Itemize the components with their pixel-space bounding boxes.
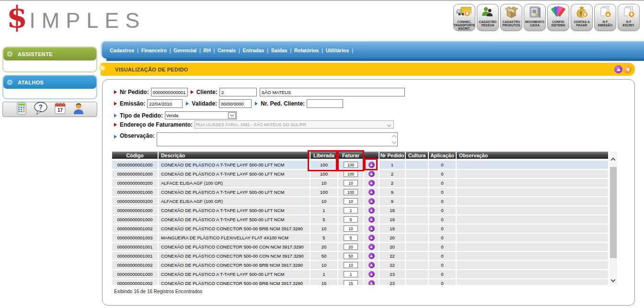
column-header-actions[interactable] — [364, 152, 379, 159]
cell-action — [364, 234, 379, 242]
menu-item-saídas[interactable]: Saídas — [271, 47, 288, 53]
assistente-header[interactable]: ASSISTENTE — [3, 47, 96, 60]
column-header-Cultura[interactable]: Cultura — [406, 152, 428, 159]
transfer-up-button[interactable] — [368, 171, 375, 177]
faturar-input[interactable]: 10 — [344, 180, 358, 186]
column-header-Descrição[interactable]: Descrição — [159, 152, 310, 159]
transfer-up-button[interactable] — [368, 280, 375, 285]
cell-codigo: 00000000001003 — [112, 234, 158, 242]
calculator-icon[interactable] — [16, 102, 27, 117]
collapse-button[interactable] — [614, 65, 622, 73]
faturar-input[interactable]: 1 — [344, 271, 358, 277]
required-bullet-icon — [114, 123, 117, 127]
button-cadastro-pessoa[interactable]: CADASTRO PESSOA — [477, 4, 499, 31]
faturar-input[interactable]: 20 — [344, 244, 358, 250]
field-bullet-icon — [255, 102, 258, 106]
cell-nr-pedido: 2 — [380, 179, 405, 187]
observacao-textarea[interactable] — [157, 132, 398, 146]
button-nf-escrituracao[interactable]: N F ESCRIT. — [618, 4, 640, 31]
column-header-Observação[interactable]: Observação — [457, 152, 608, 159]
button-config-sistema[interactable]: CONFIG SISTEMA — [547, 4, 569, 31]
calendar-icon[interactable]: 17 — [54, 102, 67, 117]
endereco-select[interactable]: RUA ULISSES FARIA, 1091 - SÃO MATEUS DO … — [195, 120, 394, 129]
transfer-up-button[interactable] — [368, 180, 375, 186]
cell-codigo: 00000000001000 — [112, 161, 158, 169]
column-header-Código[interactable]: Código — [112, 152, 158, 159]
menu-item-utilitários[interactable]: Utilitários — [326, 47, 349, 53]
transfer-up-button[interactable] — [368, 207, 375, 213]
faturar-input[interactable]: 100 — [344, 189, 358, 195]
button-cadastro-produtos[interactable]: CADASTRO PRODUTOS — [500, 4, 522, 31]
faturar-input[interactable]: 10 — [344, 262, 358, 268]
transfer-up-button[interactable] — [368, 271, 375, 277]
scrollbar-up-icon[interactable] — [611, 158, 616, 163]
transfer-up-button[interactable] — [368, 198, 375, 204]
nr-ped-cliente-label: Nr. Ped. Cliente: — [261, 100, 305, 107]
cell-nr-pedido: 19 — [380, 225, 405, 233]
cell-faturar: 10 — [338, 179, 363, 187]
cell-observacao — [457, 243, 608, 251]
user-icon[interactable] — [73, 102, 84, 117]
menu-item-financeiro[interactable]: Financeiro — [141, 47, 167, 53]
cliente-name-input[interactable]: SÃO MATEUS — [260, 88, 405, 96]
faturar-input[interactable]: 50 — [344, 253, 358, 259]
help-icon[interactable]: ? — [34, 102, 48, 117]
cell-codigo: 00000000001002 — [112, 225, 158, 233]
cell-action — [364, 188, 379, 196]
cell-liberada: 1 — [310, 206, 337, 214]
button-movimento-caixa[interactable]: MOVIMENTO CAIXA — [524, 4, 546, 31]
menu-item-entradas[interactable]: Entradas — [243, 47, 264, 53]
menu-item-cadastros[interactable]: Cadastros — [110, 47, 134, 53]
cell-observacao — [457, 206, 608, 214]
validade-input[interactable]: 00/00/0000 — [219, 99, 252, 108]
cell-descricao: CONEXÃO DE PLÁSTICO A T-TAPE LAYF 500-00… — [159, 215, 310, 224]
dropdown-arrow-icon — [228, 112, 236, 118]
scroll-up-icon[interactable] — [391, 135, 396, 140]
faturar-input[interactable]: 5 — [344, 216, 358, 223]
faturar-input[interactable]: 10 — [344, 225, 358, 232]
cell-nr-pedido: 23 — [380, 279, 405, 285]
form-row-1: Nr Pedido: 0000000000001 Cliente: 2 SÃO … — [114, 88, 405, 96]
faturar-input[interactable]: 10 — [344, 198, 358, 204]
color-swatches-icon — [550, 5, 566, 20]
column-header-Nr Pedido[interactable]: Nr Pedido — [380, 152, 405, 159]
transfer-up-button[interactable] — [368, 244, 375, 250]
scrollbar-thumb[interactable] — [610, 167, 617, 258]
transfer-up-button[interactable] — [368, 262, 375, 268]
emissao-input[interactable]: 22/04/2010 — [147, 99, 183, 108]
cliente-code-input[interactable]: 2 — [219, 88, 257, 96]
transfer-up-button[interactable] — [368, 253, 375, 259]
transfer-up-button[interactable] — [368, 235, 375, 241]
people-icon — [480, 5, 496, 20]
button-conhec-transporte[interactable]: CONHEC. TRANSPORTE ESCRIT. — [453, 4, 475, 31]
cell-faturar: 50 — [338, 252, 363, 260]
cell-aplicacao: 0 — [429, 234, 456, 242]
faturar-input[interactable]: 1 — [344, 207, 358, 213]
transfer-up-button[interactable] — [368, 225, 375, 232]
tipo-pedido-select[interactable]: Venda — [165, 111, 237, 119]
panel-bullet-icon — [7, 80, 12, 85]
transfer-up-button[interactable] — [368, 189, 375, 195]
menu-item-rh[interactable]: RH — [204, 47, 211, 53]
button-nf-emissao[interactable]: N F EMISSÃO — [594, 4, 616, 31]
sidebar-panel-assistente[interactable]: ASSISTENTE — [2, 47, 97, 72]
atalhos-header[interactable]: ATALHOS — [3, 76, 96, 89]
menu-item-cereais[interactable]: Cereais — [218, 47, 236, 53]
cell-action — [364, 179, 379, 187]
faturar-input[interactable]: 100 — [344, 171, 358, 177]
sidebar-panel-atalhos[interactable]: ATALHOS — [2, 75, 97, 99]
back-button[interactable] — [623, 65, 632, 73]
menu-item-gerencial[interactable]: Gerencial — [173, 47, 196, 53]
nr-ped-cliente-input[interactable] — [307, 99, 343, 108]
faturar-input[interactable]: 15 — [344, 280, 358, 285]
button-contas-a-pagar[interactable]: $ CONTAS A PAGAR — [571, 4, 593, 31]
menu-item-relatórios[interactable]: Relatórios — [294, 47, 319, 53]
transfer-up-button[interactable] — [368, 216, 375, 223]
faturar-input[interactable]: 5 — [344, 235, 358, 241]
scroll-down-icon[interactable] — [391, 140, 396, 144]
cell-descricao: CONEXÃO DE PLÁSTICO A T-TAPE LAYF 500-00… — [159, 161, 310, 169]
column-header-Aplicação[interactable]: Aplicação — [429, 152, 456, 159]
table-scrollbar[interactable] — [610, 152, 617, 285]
scrollbar-down-icon[interactable] — [611, 278, 616, 283]
nr-pedido-input[interactable]: 0000000000001 — [151, 88, 188, 96]
